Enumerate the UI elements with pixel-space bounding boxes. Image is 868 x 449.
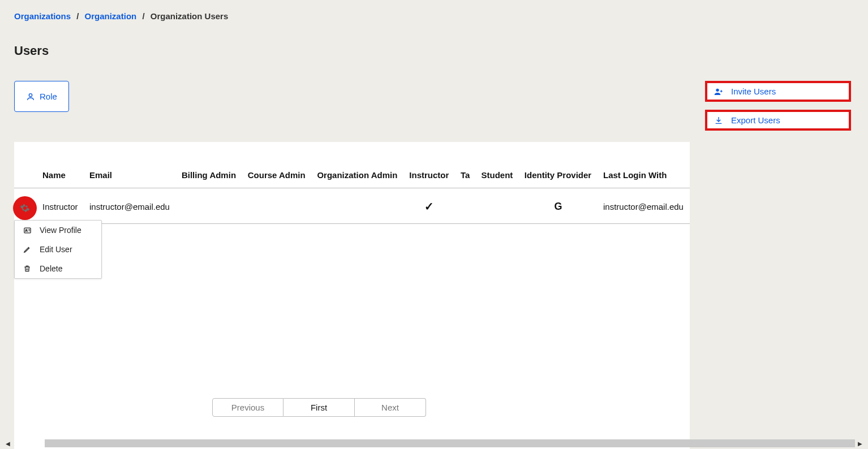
cell-billing-admin (176, 188, 242, 224)
page-title: Users (14, 44, 854, 58)
col-instructor: Instructor (403, 142, 455, 188)
breadcrumb-organization[interactable]: Organization (85, 11, 137, 21)
col-billing-admin: Billing Admin (176, 142, 242, 188)
cell-ta (455, 188, 476, 224)
export-users-button[interactable]: Export Users (705, 110, 851, 131)
users-table: Name Email Billing Admin Course Admin Or… (14, 142, 690, 224)
invite-users-label: Invite Users (731, 87, 776, 96)
user-plus-icon (714, 87, 723, 96)
breadcrumb: Organizations / Organization / Organizat… (14, 11, 854, 21)
id-card-icon (23, 226, 32, 235)
pagination: Previous First Next (212, 398, 426, 417)
cell-name: Instructor (37, 188, 84, 224)
gear-icon (20, 203, 30, 213)
users-table-container: Name Email Billing Admin Course Admin Or… (14, 142, 690, 449)
breadcrumb-sep: / (76, 11, 79, 21)
cell-email: instructor@email.edu (84, 188, 176, 224)
person-icon (26, 92, 35, 101)
download-icon (714, 116, 723, 125)
svg-point-1 (716, 88, 719, 91)
svg-point-0 (29, 93, 32, 96)
scroll-left-arrow-icon[interactable]: ◀ (4, 441, 12, 447)
col-email: Email (84, 142, 176, 188)
cell-org-admin (311, 188, 403, 224)
menu-view-profile[interactable]: View Profile (15, 221, 101, 240)
scrollbar-thumb[interactable] (45, 439, 855, 447)
pager-next[interactable]: Next (355, 398, 426, 417)
cell-idp: G (519, 188, 598, 224)
breadcrumb-organizations[interactable]: Organizations (14, 11, 71, 21)
scrollbar-track[interactable] (12, 439, 856, 447)
col-student: Student (476, 142, 519, 188)
menu-delete-label: Delete (40, 264, 62, 273)
role-filter-button[interactable]: Role (14, 81, 69, 112)
export-users-label: Export Users (731, 115, 780, 125)
breadcrumb-sep: / (142, 11, 144, 21)
cell-student (476, 188, 519, 224)
menu-edit-user-label: Edit User (40, 245, 72, 254)
trash-icon (23, 265, 32, 273)
col-ta: Ta (455, 142, 476, 188)
col-last-login: Last Login With (598, 142, 690, 188)
row-actions-gear-button[interactable] (13, 196, 37, 220)
svg-point-3 (25, 229, 27, 231)
menu-view-profile-label: View Profile (40, 226, 81, 235)
scroll-right-arrow-icon[interactable]: ▶ (856, 441, 864, 447)
col-name: Name (37, 142, 84, 188)
row-context-menu: View Profile Edit User Delete (14, 220, 102, 279)
pencil-icon (23, 245, 32, 253)
col-course-admin: Course Admin (242, 142, 312, 188)
horizontal-scrollbar[interactable]: ◀ ▶ (4, 439, 864, 448)
cell-last-login: instructor@email.edu (598, 188, 690, 224)
breadcrumb-current: Organization Users (151, 11, 229, 21)
pager-previous[interactable]: Previous (212, 398, 283, 417)
col-org-admin: Organization Admin (311, 142, 403, 188)
pager-first[interactable]: First (283, 398, 355, 417)
col-idp: Identity Provider (519, 142, 598, 188)
invite-users-button[interactable]: Invite Users (705, 81, 851, 102)
menu-edit-user[interactable]: Edit User (15, 240, 101, 259)
cell-course-admin (242, 188, 312, 224)
menu-delete[interactable]: Delete (15, 259, 101, 278)
role-button-label: Role (40, 92, 57, 101)
cell-instructor: ✓ (403, 188, 455, 224)
table-row[interactable]: Instructor instructor@email.edu ✓ G inst… (14, 188, 690, 224)
